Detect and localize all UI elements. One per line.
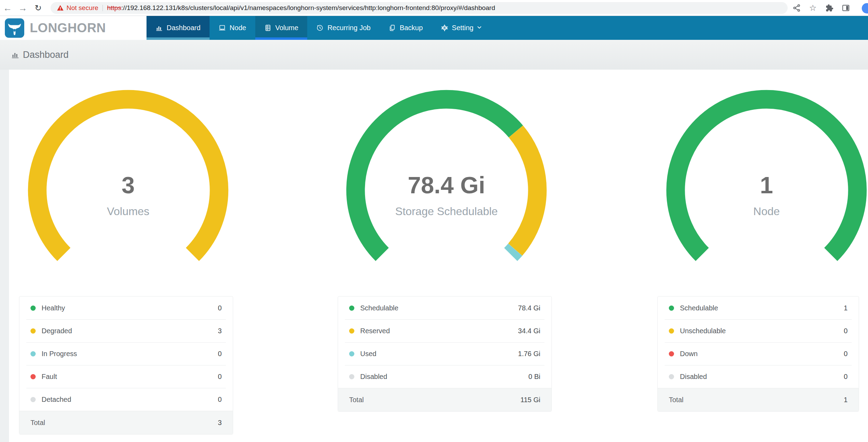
legend-row: Detached0: [26, 388, 226, 411]
legend-label: In Progress: [42, 350, 218, 358]
legend-total-row: Total115 Gi: [338, 388, 551, 411]
total-label: Total: [669, 396, 844, 404]
status-dot: [669, 306, 674, 311]
not-secure-warning-icon: [57, 5, 64, 11]
nav-item-label: Node: [230, 24, 246, 32]
forward-button[interactable]: →: [15, 0, 30, 16]
legend-row: Healthy0: [26, 297, 226, 319]
legend-label: Unschedulable: [680, 327, 844, 335]
nav-item-setting[interactable]: Setting: [432, 16, 491, 40]
legend-total-row: Total3: [19, 411, 233, 434]
legend-label: Down: [680, 350, 844, 358]
legend-label: Fault: [42, 373, 218, 381]
bookmark-star-icon[interactable]: ☆: [809, 4, 817, 12]
legend-value: 1.76 Gi: [518, 350, 540, 358]
legend-card: Schedulable78.4 GiReserved34.4 GiUsed1.7…: [338, 296, 552, 412]
tab-underline: [432, 37, 491, 40]
legend-value: 0: [218, 396, 222, 404]
nav-item-label: Backup: [400, 24, 423, 32]
nav-item-dashboard[interactable]: Dashboard: [147, 16, 210, 40]
chevron-down-icon: [477, 24, 482, 32]
legend-row: Degraded3: [26, 319, 226, 342]
nav-item-volume[interactable]: Volume: [255, 16, 308, 40]
legend-rows: Schedulable1Unschedulable0Down0Disabled0: [658, 297, 859, 388]
legend-row: Reserved34.4 Gi: [345, 319, 544, 342]
gauge-center-value: 1: [760, 172, 773, 198]
volume-icon: [264, 24, 272, 32]
status-dot: [669, 374, 674, 379]
total-value: 1: [844, 396, 848, 404]
legend-rows: Healthy0Degraded3In Progress0Fault0Detac…: [19, 297, 233, 411]
legend-row: Disabled0 Bi: [345, 365, 544, 388]
total-label: Total: [349, 396, 521, 404]
total-value: 115 Gi: [521, 396, 540, 404]
url-path: ://192.168.122.131/k8s/clusters/local/ap…: [121, 4, 495, 11]
legend-label: Disabled: [680, 373, 844, 381]
legend-row: Disabled0: [665, 365, 852, 388]
status-dot: [30, 397, 36, 402]
app-header: LONGHORN DashboardNodeVolumeRecurring Jo…: [0, 16, 868, 40]
legend-value: 34.4 Gi: [518, 327, 540, 335]
status-dot: [349, 328, 354, 334]
page-title: Dashboard: [23, 50, 69, 60]
reload-button[interactable]: ↻: [30, 0, 46, 16]
nav-item-node[interactable]: Node: [210, 16, 255, 40]
status-dot: [30, 306, 36, 311]
legend-row: Schedulable78.4 Gi: [345, 297, 544, 319]
legend-label: Disabled: [360, 373, 529, 381]
backup-icon: [389, 24, 396, 32]
not-secure-label: Not secure: [67, 4, 98, 12]
legend-value: 0: [844, 350, 848, 358]
bar-chart-icon: [11, 51, 19, 59]
address-bar[interactable]: Not secure https://192.168.122.131/k8s/c…: [51, 2, 788, 14]
legend-row: Down0: [665, 342, 852, 365]
legend-label: Healthy: [42, 304, 218, 312]
node-icon: [219, 24, 226, 32]
gauge-chart: 3Volumes: [28, 90, 229, 291]
legend-label: Schedulable: [360, 304, 518, 312]
status-dot: [30, 351, 36, 356]
legend-row: In Progress0: [26, 342, 226, 365]
tab-underline: [210, 37, 255, 40]
tab-underline: [147, 37, 210, 40]
legend-row: Used1.76 Gi: [345, 342, 544, 365]
nav-item-label: Recurring Job: [327, 24, 371, 32]
gauge-center-label: Node: [753, 205, 780, 218]
clock-icon: [316, 24, 324, 32]
status-dot: [349, 351, 354, 356]
share-icon[interactable]: [792, 4, 801, 12]
gauge-center-label: Volumes: [107, 205, 149, 218]
longhorn-logo[interactable]: LONGHORN: [0, 16, 147, 40]
legend-value: 0 Bi: [529, 373, 540, 381]
total-label: Total: [30, 419, 218, 427]
legend-value: 0: [844, 373, 848, 381]
legend-label: Used: [360, 350, 518, 358]
tab-underline: [307, 37, 380, 40]
legend-row: Unschedulable0: [665, 319, 852, 342]
legend-label: Degraded: [42, 327, 218, 335]
legend-card: Schedulable1Unschedulable0Down0Disabled0…: [657, 296, 859, 412]
status-dot: [349, 306, 354, 311]
gear-icon: [441, 24, 448, 32]
legend-total-row: Total1: [658, 388, 859, 411]
back-button[interactable]: ←: [0, 0, 15, 16]
nav-item-backup[interactable]: Backup: [380, 16, 432, 40]
omnibox-divider: [103, 5, 103, 11]
url-scheme: https: [107, 4, 121, 11]
nav-item-recurring-job[interactable]: Recurring Job: [307, 16, 380, 40]
gauge-center-value: 78.4 Gi: [408, 172, 485, 198]
legend-label: Reserved: [360, 327, 518, 335]
status-dot: [30, 374, 36, 379]
legend-card: Healthy0Degraded3In Progress0Fault0Detac…: [19, 296, 233, 434]
status-dot: [669, 328, 674, 334]
extensions-puzzle-icon[interactable]: [825, 4, 833, 12]
profile-avatar[interactable]: [862, 3, 868, 14]
brand-name: LONGHORN: [30, 21, 106, 35]
nav-item-label: Setting: [452, 24, 473, 32]
status-dot: [349, 374, 354, 379]
side-panel-icon[interactable]: [842, 4, 850, 12]
tab-underline: [380, 37, 432, 40]
status-dot: [30, 328, 36, 334]
legend-value: 0: [218, 304, 222, 312]
legend-row: Schedulable1: [665, 297, 852, 319]
